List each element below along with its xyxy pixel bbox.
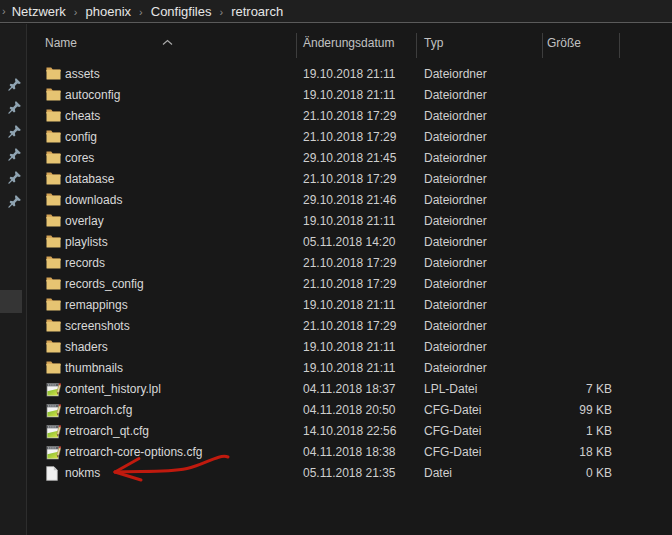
file-size: 18 KB bbox=[543, 442, 612, 463]
breadcrumb: Netzwerk›phoenix›Configfiles›retroarch bbox=[10, 2, 285, 20]
file-name: retroarch_qt.cfg bbox=[65, 421, 149, 442]
folder-row[interactable]: database21.10.2018 17:29Dateiordner bbox=[0, 169, 672, 190]
file-row[interactable]: content_history.lpl04.11.2018 18:37LPL-D… bbox=[0, 379, 672, 400]
file-name: assets bbox=[65, 64, 100, 85]
folder-icon bbox=[46, 109, 61, 125]
breadcrumb-item[interactable]: retroarch bbox=[229, 4, 285, 19]
column-header-size[interactable]: Größe bbox=[547, 36, 581, 50]
column-divider[interactable] bbox=[296, 33, 297, 58]
file-name: remappings bbox=[65, 295, 128, 316]
file-size bbox=[543, 337, 612, 358]
column-header-name[interactable]: Name bbox=[45, 36, 77, 50]
file-name: retroarch.cfg bbox=[65, 400, 132, 421]
folder-row[interactable]: config21.10.2018 17:29Dateiordner bbox=[0, 127, 672, 148]
folder-icon bbox=[46, 172, 61, 188]
file-size: 0 KB bbox=[543, 463, 612, 484]
file-size bbox=[543, 148, 612, 169]
file-name: cores bbox=[65, 148, 94, 169]
file-name: overlay bbox=[65, 211, 104, 232]
file-type: Dateiordner bbox=[424, 106, 487, 127]
breadcrumb-item[interactable]: Configfiles bbox=[149, 4, 214, 19]
file-type: LPL-Datei bbox=[424, 379, 477, 400]
file-date-modified: 19.10.2018 21:11 bbox=[303, 358, 396, 379]
file-type: Dateiordner bbox=[424, 232, 487, 253]
file-type: CFG-Datei bbox=[424, 421, 481, 442]
config-file-icon bbox=[46, 403, 61, 419]
file-date-modified: 29.10.2018 21:46 bbox=[303, 190, 396, 211]
folder-row[interactable]: cheats21.10.2018 17:29Dateiordner bbox=[0, 106, 672, 127]
folder-icon bbox=[46, 319, 61, 335]
file-size bbox=[543, 316, 612, 337]
sort-ascending-icon bbox=[162, 32, 173, 50]
file-name: database bbox=[65, 169, 114, 190]
file-list: assets19.10.2018 21:11Dateiordnerautocon… bbox=[0, 64, 672, 484]
file-date-modified: 21.10.2018 17:29 bbox=[303, 169, 396, 190]
file-row[interactable]: nokms05.11.2018 21:35Datei0 KB bbox=[0, 463, 672, 484]
column-divider[interactable] bbox=[542, 33, 543, 58]
folder-icon bbox=[46, 151, 61, 167]
breadcrumb-item[interactable]: Netzwerk bbox=[10, 4, 68, 19]
file-name: shaders bbox=[65, 337, 108, 358]
folder-row[interactable]: screenshots21.10.2018 17:29Dateiordner bbox=[0, 316, 672, 337]
file-name: content_history.lpl bbox=[65, 379, 161, 400]
folder-icon bbox=[46, 67, 61, 83]
file-row[interactable]: retroarch-core-options.cfg04.11.2018 18:… bbox=[0, 442, 672, 463]
file-size bbox=[543, 85, 612, 106]
folder-row[interactable]: remappings19.10.2018 21:11Dateiordner bbox=[0, 295, 672, 316]
file-size bbox=[543, 169, 612, 190]
file-type: Dateiordner bbox=[424, 85, 487, 106]
file-name: records_config bbox=[65, 274, 144, 295]
column-divider[interactable] bbox=[416, 33, 417, 58]
folder-row[interactable]: downloads29.10.2018 21:46Dateiordner bbox=[0, 190, 672, 211]
folder-icon bbox=[46, 298, 61, 314]
file-size: 1 KB bbox=[543, 421, 612, 442]
file-type: Dateiordner bbox=[424, 64, 487, 85]
folder-icon bbox=[46, 277, 61, 293]
file-type: Dateiordner bbox=[424, 337, 487, 358]
file-date-modified: 19.10.2018 21:11 bbox=[303, 85, 396, 106]
file-name: cheats bbox=[65, 106, 100, 127]
config-file-icon bbox=[46, 424, 61, 440]
file-type: Dateiordner bbox=[424, 169, 487, 190]
file-date-modified: 05.11.2018 21:35 bbox=[303, 463, 396, 484]
file-date-modified: 19.10.2018 21:11 bbox=[303, 337, 396, 358]
file-row[interactable]: retroarch_qt.cfg14.10.2018 22:56CFG-Date… bbox=[0, 421, 672, 442]
folder-row[interactable]: assets19.10.2018 21:11Dateiordner bbox=[0, 64, 672, 85]
file-size bbox=[543, 106, 612, 127]
file-type: Dateiordner bbox=[424, 358, 487, 379]
file-date-modified: 04.11.2018 20:50 bbox=[303, 400, 396, 421]
folder-row[interactable]: thumbnails19.10.2018 21:11Dateiordner bbox=[0, 358, 672, 379]
file-date-modified: 04.11.2018 18:38 bbox=[303, 442, 396, 463]
file-size bbox=[543, 211, 612, 232]
address-bar[interactable]: › Netzwerk›phoenix›Configfiles›retroarch bbox=[0, 0, 672, 23]
file-size bbox=[543, 295, 612, 316]
file-name: autoconfig bbox=[65, 85, 120, 106]
folder-row[interactable]: playlists05.11.2018 14:20Dateiordner bbox=[0, 232, 672, 253]
folder-row[interactable]: records_config21.10.2018 17:29Dateiordne… bbox=[0, 274, 672, 295]
column-divider[interactable] bbox=[619, 33, 620, 58]
chevron-right-icon: › bbox=[2, 5, 10, 17]
file-size bbox=[543, 358, 612, 379]
folder-row[interactable]: cores29.10.2018 21:45Dateiordner bbox=[0, 148, 672, 169]
file-date-modified: 21.10.2018 17:29 bbox=[303, 274, 396, 295]
file-type: Dateiordner bbox=[424, 316, 487, 337]
file-date-modified: 04.11.2018 18:37 bbox=[303, 379, 396, 400]
folder-row[interactable]: records21.10.2018 17:29Dateiordner bbox=[0, 253, 672, 274]
column-header-type[interactable]: Typ bbox=[424, 36, 443, 50]
config-file-icon bbox=[46, 382, 61, 398]
file-type: Dateiordner bbox=[424, 211, 487, 232]
folder-icon bbox=[46, 214, 61, 230]
folder-icon bbox=[46, 88, 61, 104]
file-date-modified: 05.11.2018 14:20 bbox=[303, 232, 396, 253]
file-row[interactable]: retroarch.cfg04.11.2018 20:50CFG-Datei99… bbox=[0, 400, 672, 421]
folder-row[interactable]: shaders19.10.2018 21:11Dateiordner bbox=[0, 337, 672, 358]
breadcrumb-item[interactable]: phoenix bbox=[84, 4, 134, 19]
folder-row[interactable]: overlay19.10.2018 21:11Dateiordner bbox=[0, 211, 672, 232]
chevron-right-icon: › bbox=[133, 6, 149, 18]
folder-row[interactable]: autoconfig19.10.2018 21:11Dateiordner bbox=[0, 85, 672, 106]
file-type: Dateiordner bbox=[424, 274, 487, 295]
file-name: nokms bbox=[65, 463, 100, 484]
file-type: Dateiordner bbox=[424, 148, 487, 169]
file-date-modified: 21.10.2018 17:29 bbox=[303, 316, 396, 337]
column-header-date[interactable]: Änderungsdatum bbox=[303, 36, 394, 50]
